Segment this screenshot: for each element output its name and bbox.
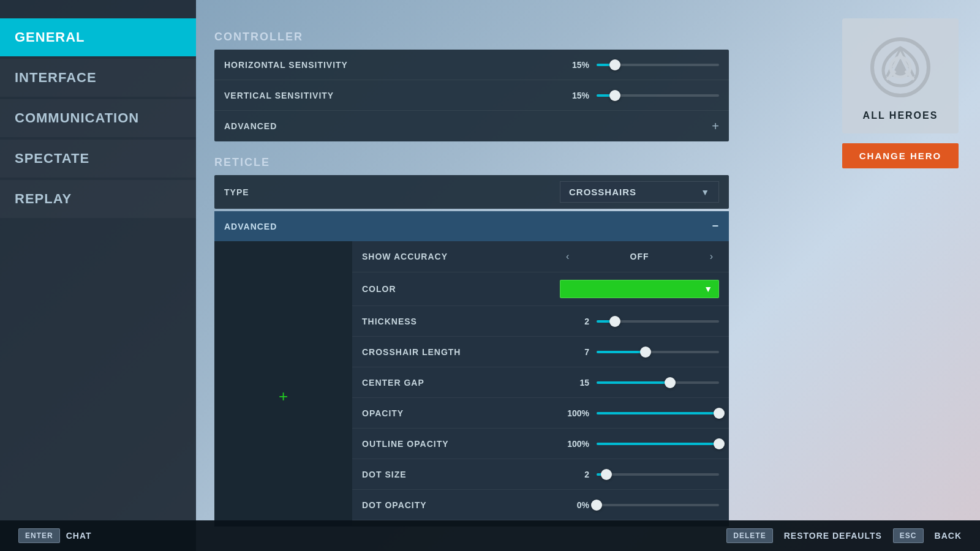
advanced-header-label: ADVANCED [224,222,277,231]
crosshair-length-value: 7 [552,347,589,357]
bottom-bar: ENTER CHAT DELETE RESTORE DEFAULTS ESC B… [0,520,980,551]
chevron-down-icon: ▼ [701,187,710,197]
change-hero-button[interactable]: CHANGE HERO [842,143,959,168]
show-accuracy-value: OFF [575,252,703,261]
thickness-label: THICKNESS [362,317,552,326]
dot-size-label: DOT SIZE [362,470,552,479]
overwatch-logo-icon [870,37,931,98]
chat-label: CHAT [66,531,92,541]
color-label: COLOR [362,284,560,294]
show-accuracy-row: SHOW ACCURACY ‹ OFF › [352,241,729,272]
controller-advanced-label: ADVANCED [224,121,712,131]
crosshair-display [274,387,293,405]
dot-opacity-slider[interactable] [597,504,719,506]
center-gap-slider[interactable] [597,381,719,384]
controller-advanced-expand-icon: + [712,119,719,133]
sidebar-item-general[interactable]: GENERAL [0,18,196,56]
right-panel: ALL HEROES CHANGE HERO [839,18,962,168]
dot-opacity-row: DOT OPACITY 0% [352,490,729,520]
controller-advanced-row[interactable]: ADVANCED + [214,111,729,141]
advanced-settings: SHOW ACCURACY ‹ OFF › COLOR ▼ [352,241,729,527]
opacity-label: OPACITY [362,408,552,418]
outline-opacity-label: OUTLINE OPACITY [362,439,552,449]
esc-key-badge: ESC [893,528,924,543]
hero-logo [864,31,937,104]
horizontal-sensitivity-value: 15% [552,60,589,70]
horizontal-slider-track [597,64,719,66]
vertical-slider-thumb[interactable] [609,90,620,101]
vertical-slider-track [597,94,719,97]
vertical-sensitivity-slider[interactable] [597,94,719,97]
crosshair-preview [214,241,352,527]
center-gap-value: 15 [552,378,589,388]
show-accuracy-toggle[interactable]: ‹ OFF › [560,249,719,264]
sidebar: GENERAL INTERFACE COMMUNICATION SPECTATE… [0,0,196,551]
controller-title: CONTROLLER [214,31,729,43]
restore-defaults-label[interactable]: RESTORE DEFAULTS [784,531,882,541]
sidebar-label-spectate: SPECTATE [15,151,89,167]
dot-opacity-label: DOT OPACITY [362,500,552,510]
sidebar-label-interface: INTERFACE [15,70,97,86]
horizontal-sensitivity-slider[interactable] [597,64,719,66]
dot-size-slider[interactable] [597,473,719,476]
vertical-sensitivity-label: VERTICAL SENSITIVITY [224,91,552,100]
sidebar-label-replay: REPLAY [15,191,72,207]
enter-key-badge: ENTER [18,528,60,543]
advanced-section: ADVANCED − SHOW ACCURACY ‹ OFF [214,211,729,527]
sidebar-item-replay[interactable]: REPLAY [0,180,196,218]
crosshair-length-slider[interactable] [597,351,719,353]
dot-opacity-value: 0% [552,500,589,510]
delete-key-badge: DELETE [726,528,772,543]
advanced-inner: SHOW ACCURACY ‹ OFF › COLOR ▼ [214,241,729,527]
controller-panel: HORIZONTAL SENSITIVITY 15% VERTICAL SENS… [214,50,729,141]
crosshair-length-label: CROSSHAIR LENGTH [362,347,552,357]
crosshair-length-row: CROSSHAIR LENGTH 7 [352,337,729,367]
type-dropdown-value: CROSSHAIRS [569,187,636,197]
vertical-sensitivity-row: VERTICAL SENSITIVITY 15% [214,80,729,111]
center-gap-row: CENTER GAP 15 [352,367,729,398]
opacity-slider[interactable] [597,412,719,414]
opacity-value: 100% [552,408,589,418]
advanced-content: SHOW ACCURACY ‹ OFF › COLOR ▼ [214,241,729,527]
bottom-right: DELETE RESTORE DEFAULTS ESC BACK [726,528,962,543]
color-dropdown[interactable]: ▼ [560,280,719,298]
show-accuracy-label: SHOW ACCURACY [362,252,560,261]
horizontal-sensitivity-label: HORIZONTAL SENSITIVITY [224,60,552,70]
hero-card: ALL HEROES [842,18,959,133]
color-row: COLOR ▼ [352,272,729,306]
show-accuracy-right-arrow[interactable]: › [704,249,719,264]
sidebar-item-interface[interactable]: INTERFACE [0,59,196,97]
advanced-header[interactable]: ADVANCED − [214,211,729,241]
collapse-icon: − [712,220,719,233]
sidebar-item-spectate[interactable]: SPECTATE [0,140,196,178]
bottom-left: ENTER CHAT [18,528,92,543]
center-gap-label: CENTER GAP [362,378,552,388]
back-label[interactable]: BACK [935,531,962,541]
type-label: TYPE [224,187,560,197]
sidebar-item-communication[interactable]: COMMUNICATION [0,99,196,137]
main-content: CONTROLLER HORIZONTAL SENSITIVITY 15% VE… [196,0,747,527]
vertical-sensitivity-value: 15% [552,91,589,100]
color-chevron-icon: ▼ [704,284,712,294]
outline-opacity-value: 100% [552,439,589,449]
reticle-title: RETICLE [214,156,729,169]
type-dropdown[interactable]: CROSSHAIRS ▼ [560,181,719,203]
show-accuracy-left-arrow[interactable]: ‹ [560,249,575,264]
thickness-value: 2 [552,317,589,326]
thickness-slider[interactable] [597,320,719,323]
outline-opacity-slider[interactable] [597,443,719,445]
type-row: TYPE CROSSHAIRS ▼ [214,175,729,209]
dot-size-row: DOT SIZE 2 [352,459,729,490]
sidebar-label-general: GENERAL [15,29,85,45]
opacity-row: OPACITY 100% [352,398,729,429]
horizontal-slider-thumb[interactable] [609,59,620,70]
thickness-row: THICKNESS 2 [352,306,729,337]
outline-opacity-row: OUTLINE OPACITY 100% [352,429,729,459]
sidebar-label-communication: COMMUNICATION [15,110,139,126]
horizontal-sensitivity-row: HORIZONTAL SENSITIVITY 15% [214,50,729,80]
hero-name: ALL HEROES [863,110,938,121]
dot-size-value: 2 [552,470,589,479]
